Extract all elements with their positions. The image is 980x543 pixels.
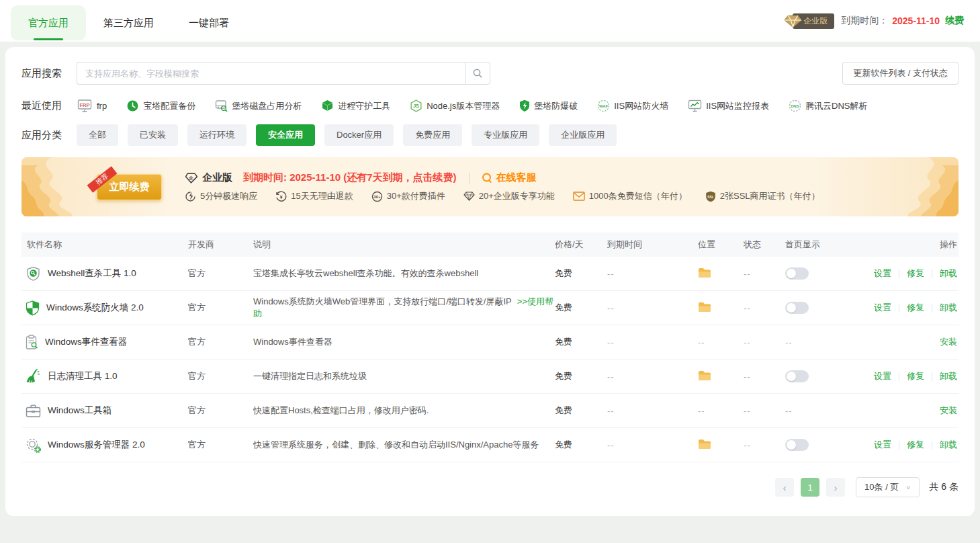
category-pill-5[interactable]: Docker应用: [324, 124, 394, 146]
home-display-toggle[interactable]: [785, 302, 809, 314]
feature-text: 20+企业版专享功能: [479, 190, 555, 202]
svg-text:FRP: FRP: [80, 102, 90, 108]
recent-app[interactable]: 堡塔磁盘占用分析: [215, 99, 302, 112]
feature-text: 5分钟极速响应: [200, 190, 257, 202]
repair-action-link[interactable]: 修复: [907, 302, 924, 314]
category-pill-7[interactable]: 专业版应用: [472, 124, 539, 146]
monitor-chart-icon: [688, 99, 702, 112]
home-display-toggle[interactable]: [785, 439, 809, 451]
table-row: Windows服务管理器 2.0官方快速管理系统服务，创建、删除、修改和自动启动…: [21, 428, 959, 462]
recent-app[interactable]: DNS腾讯云DNS解析: [789, 99, 867, 112]
banner-expiry-text[interactable]: 到期时间: 2025-11-10 (还有7天到期，点击续费): [243, 171, 457, 184]
banner-feature: SSL2张SSL商用证书（年付）: [705, 190, 820, 202]
software-name-cell: Windows系统防火墙 2.0: [21, 300, 188, 316]
renew-link[interactable]: 续费: [945, 15, 964, 27]
recent-app[interactable]: 进程守护工具: [321, 99, 390, 112]
banner-feature: ¥15天无理由退款: [275, 190, 353, 202]
settings-action-link[interactable]: 设置: [874, 302, 891, 314]
location-cell: [698, 370, 744, 383]
tab-2[interactable]: 第三方应用: [86, 5, 171, 40]
update-software-list-button[interactable]: 更新软件列表 / 支付状态: [842, 62, 959, 85]
banner-features: 5分钟极速响应¥15天无理由退款30+30+款付费插件20+企业版专享功能100…: [185, 190, 838, 202]
shield-search-icon: [26, 266, 41, 282]
home-display-toggle[interactable]: [785, 370, 809, 382]
search-label: 应用搜索: [21, 67, 77, 80]
developer-cell: 官方: [188, 336, 253, 348]
category-pill-3[interactable]: 运行环境: [187, 124, 247, 146]
recent-app[interactable]: FRPfrp: [77, 99, 107, 112]
banner-feature: 30+30+款付费插件: [371, 190, 445, 202]
software-name-cell: Webshell查杀工具 1.0: [21, 266, 188, 282]
tab-1[interactable]: 官方应用: [11, 5, 86, 40]
uninstall-action-link[interactable]: 卸载: [940, 267, 957, 280]
repair-action-link[interactable]: 修复: [907, 267, 924, 280]
uninstall-action-link[interactable]: 卸载: [940, 439, 957, 451]
gem-outline-icon: [463, 192, 475, 201]
recent-app[interactable]: IIS网站监控报表: [688, 99, 769, 112]
renew-now-button[interactable]: 立即续费: [97, 174, 162, 200]
empty-value: --: [744, 269, 751, 279]
action-separator: [932, 269, 932, 278]
software-name-cell: Windows服务管理器 2.0: [21, 437, 188, 453]
svg-text:企: 企: [188, 175, 193, 180]
home-display-toggle[interactable]: [785, 267, 809, 280]
description-cell: Windows事件查看器: [253, 336, 555, 348]
settings-action-link[interactable]: 设置: [874, 370, 891, 382]
tab-3[interactable]: 一键部署: [171, 5, 247, 40]
settings-action-link[interactable]: 设置: [874, 267, 891, 280]
uninstall-action-link[interactable]: 卸载: [940, 302, 957, 314]
recent-app[interactable]: WAFIIS网站防火墙: [597, 99, 668, 112]
prev-page-button[interactable]: ‹: [775, 478, 794, 497]
folder-icon[interactable]: [698, 439, 711, 450]
recent-apps: FRPfrp宝塔配置备份堡塔磁盘占用分析进程守护工具JSNode.js版本管理器…: [77, 99, 887, 112]
recent-row: 最近使用 FRPfrp宝塔配置备份堡塔磁盘占用分析进程守护工具JSNode.js…: [21, 99, 959, 112]
page-size-select[interactable]: 10条 / 页 ∨: [856, 477, 920, 497]
folder-icon[interactable]: [698, 370, 711, 381]
category-pill-6[interactable]: 免费应用: [403, 124, 462, 146]
search-button[interactable]: [465, 62, 490, 85]
repair-action-link[interactable]: 修复: [907, 370, 924, 382]
top-tab-bar: 官方应用第三方应用一键部署 企业版 到期时间： 2025-11-10 续费: [0, 0, 980, 42]
install-action-link[interactable]: 安装: [940, 405, 957, 417]
edition-gem-icon: 企: [185, 173, 197, 183]
chevron-left-icon: ‹: [783, 482, 787, 493]
recent-app[interactable]: 宝塔配置备份: [126, 99, 195, 112]
repair-action-link[interactable]: 修复: [907, 439, 924, 451]
search-icon: [472, 68, 483, 79]
settings-action-link[interactable]: 设置: [874, 439, 891, 451]
uninstall-action-link[interactable]: 卸载: [940, 370, 957, 382]
description-cell: 一键清理指定日志和系统垃圾: [253, 370, 555, 382]
category-pill-2[interactable]: 已安装: [128, 124, 178, 146]
category-pill-4[interactable]: 安全应用: [256, 124, 315, 146]
category-row: 应用分类 全部已安装运行环境安全应用Docker应用免费应用专业版应用企业版应用: [21, 124, 959, 146]
category-pill-8[interactable]: 企业版应用: [549, 124, 617, 146]
column-header: 软件名称: [21, 239, 188, 251]
folder-icon[interactable]: [698, 302, 711, 312]
description-cell: 宝塔集成长亭牧云webshell查杀功能。有效的查杀webshell: [253, 267, 555, 280]
actions-cell: 安装: [864, 336, 959, 348]
recent-app[interactable]: JSNode.js版本管理器: [410, 99, 500, 112]
developer-cell: 官方: [188, 439, 253, 451]
folder-icon[interactable]: [698, 267, 711, 278]
recent-app-name: frp: [97, 101, 107, 111]
recent-app[interactable]: 堡塔防爆破: [519, 99, 578, 112]
price-cell: 免费: [555, 267, 607, 280]
nodejs-hex-icon: JS: [410, 99, 422, 112]
refund-circle-icon: ¥: [275, 191, 287, 202]
category-pill-1[interactable]: 全部: [77, 124, 118, 146]
pagination: ‹ 1 › 10条 / 页 ∨ 共 6 条: [21, 477, 959, 497]
software-name-cell: Windows工具箱: [21, 404, 188, 418]
shield-solid-icon: [519, 99, 530, 112]
empty-value: --: [607, 440, 615, 450]
table-row: Webshell查杀工具 1.0官方宝塔集成长亭牧云webshell查杀功能。有…: [21, 257, 959, 291]
expiry-cell: --: [607, 303, 698, 313]
banner-edition: 企业版: [202, 171, 232, 184]
install-action-link[interactable]: 安装: [940, 336, 957, 348]
search-input[interactable]: [77, 62, 465, 85]
current-page-button[interactable]: 1: [801, 478, 819, 497]
column-header: 位置: [698, 239, 744, 251]
empty-value: --: [698, 337, 705, 347]
next-page-button[interactable]: ›: [826, 478, 845, 497]
tab-label: 一键部署: [189, 17, 229, 30]
online-support-link[interactable]: 在线客服: [496, 171, 537, 184]
